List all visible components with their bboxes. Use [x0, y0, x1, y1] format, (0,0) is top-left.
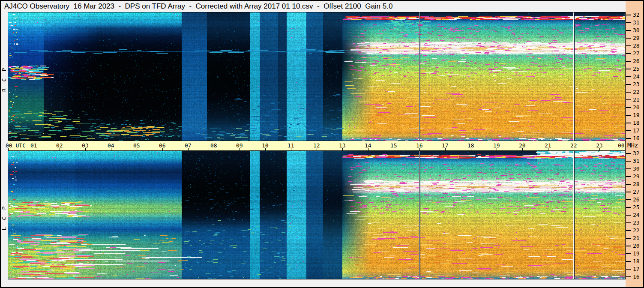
freq-tick-label: 24 [633, 212, 643, 218]
freq-tick-label: 19 [633, 250, 643, 257]
freq-tick-label: 17 [633, 127, 643, 134]
time-tick [522, 148, 523, 150]
freq-tick [626, 153, 631, 154]
freq-tick [626, 222, 631, 223]
time-tick [111, 148, 111, 150]
freq-tick-label: 19 [633, 112, 643, 118]
freq-tick [626, 215, 631, 216]
freq-tick-label: 22 [633, 89, 643, 95]
time-tick [471, 148, 471, 150]
freq-tick [626, 192, 631, 192]
freq-tick-label: 27 [633, 50, 643, 57]
freq-tick-label: 27 [633, 189, 643, 195]
freq-tick-label: 24 [633, 73, 643, 80]
freq-tick [626, 207, 631, 208]
time-tick [368, 148, 368, 150]
time-tick [8, 148, 9, 150]
time-tick [445, 148, 446, 150]
freq-tick [626, 69, 631, 69]
time-tick-label: 00 [618, 142, 625, 149]
freq-tick [626, 130, 631, 131]
freq-tick-label: 16 [633, 273, 643, 280]
freq-tick-label: 25 [633, 204, 643, 210]
freq-tick-label: 32 [633, 12, 643, 18]
freq-tick [626, 138, 631, 139]
time-tick [497, 148, 497, 150]
time-tick [625, 148, 626, 150]
freq-tick [626, 230, 631, 231]
freq-tick-label: 32 [633, 150, 643, 156]
page-title: AJ4CO Observatory 16 Mar 2023 - DPS on T… [4, 2, 392, 11]
time-tick [240, 148, 240, 150]
freq-tick [626, 99, 631, 100]
freq-tick-label: 22 [633, 227, 643, 234]
time-tick [548, 148, 548, 150]
freq-tick-label: 17 [633, 266, 643, 272]
freq-tick-label: 20 [633, 243, 643, 249]
freq-tick [626, 107, 631, 108]
time-tick [291, 148, 291, 150]
freq-tick-label: 30 [633, 165, 643, 172]
freq-unit-label: MHz [627, 142, 638, 149]
spectrogram-rcp [8, 12, 625, 141]
freq-tick-label: 21 [633, 235, 643, 241]
freq-tick [626, 238, 631, 239]
time-tick [599, 148, 600, 150]
title-bar: AJ4CO Observatory 16 Mar 2023 - DPS on T… [1, 1, 626, 12]
time-tick [342, 148, 343, 150]
freq-tick [626, 176, 631, 177]
polarization-label-rcp: RCP [1, 61, 8, 92]
time-tick [162, 148, 163, 150]
time-tick [574, 148, 574, 150]
freq-tick [626, 15, 631, 15]
freq-tick-label: 26 [633, 58, 643, 64]
freq-tick [626, 61, 631, 62]
freq-tick-label: 16 [633, 135, 643, 141]
freq-tick-label: 25 [633, 66, 643, 72]
freq-tick-label: 21 [633, 96, 643, 103]
freq-tick-label: 18 [633, 120, 643, 126]
bottom-margin [8, 279, 626, 287]
freq-tick-label: 20 [633, 104, 643, 111]
time-tick [317, 148, 317, 150]
freq-tick-label: 28 [633, 42, 643, 49]
time-tick [85, 148, 86, 150]
freq-tick [626, 22, 631, 23]
time-tick [214, 148, 214, 150]
freq-tick-label: 28 [633, 181, 643, 187]
polarization-label-box-bottom: LCP [1, 151, 8, 279]
freq-tick [626, 246, 631, 246]
freq-tick-label: 29 [633, 35, 643, 41]
freq-tick [626, 199, 631, 200]
freq-tick [626, 53, 631, 54]
freq-tick [626, 38, 631, 39]
polarization-label-box-top: RCP [1, 12, 8, 141]
time-tick [188, 148, 189, 150]
freq-tick-label: 18 [633, 258, 643, 264]
freq-tick [626, 168, 631, 169]
freq-tick-label: 26 [633, 196, 643, 203]
time-tick-label: 00 UTC [6, 142, 26, 149]
freq-tick [626, 253, 631, 254]
freq-tick [626, 269, 631, 270]
time-tick [34, 148, 34, 150]
freq-tick-label: 23 [633, 219, 643, 226]
freq-tick [626, 76, 631, 77]
freq-tick-label: 31 [633, 19, 643, 26]
spectrogram-lcp [8, 151, 625, 279]
freq-tick [626, 84, 631, 85]
time-tick [394, 148, 394, 150]
spectrogram-window: AJ4CO Observatory 16 Mar 2023 - DPS on T… [0, 0, 644, 288]
freq-tick [626, 276, 631, 277]
freq-tick [626, 123, 631, 123]
freq-tick-label: 31 [633, 158, 643, 164]
freq-tick [626, 161, 631, 162]
time-tick [137, 148, 137, 150]
freq-tick-label: 23 [633, 81, 643, 87]
freq-tick [626, 184, 631, 185]
freq-tick [626, 261, 631, 262]
time-tick [265, 148, 266, 150]
freq-tick [626, 45, 631, 46]
freq-tick [626, 92, 631, 93]
polarization-label-lcp: LCP [1, 200, 8, 230]
